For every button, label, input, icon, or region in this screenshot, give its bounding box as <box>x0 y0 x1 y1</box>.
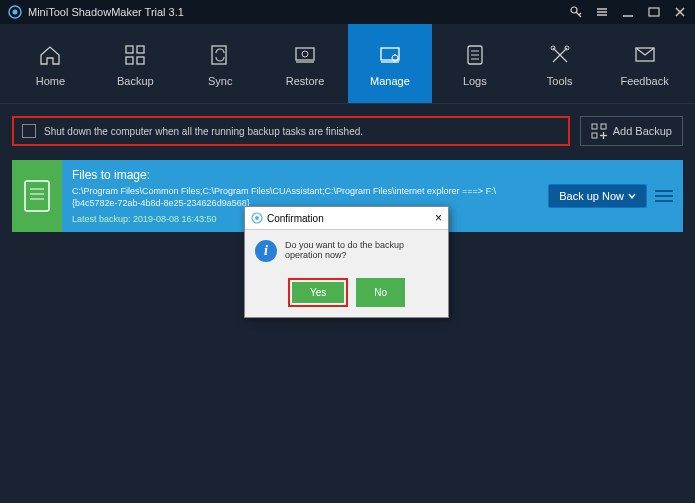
svg-rect-14 <box>126 57 133 64</box>
app-window: MiniTool ShadowMaker Trial 3.1 Home Back… <box>0 0 695 503</box>
app-title: MiniTool ShadowMaker Trial 3.1 <box>28 6 184 18</box>
svg-point-19 <box>302 51 308 57</box>
nav-label: Backup <box>117 75 154 87</box>
nav-home[interactable]: Home <box>8 24 93 103</box>
add-backup-button[interactable]: Add Backup <box>580 116 683 146</box>
svg-rect-39 <box>25 181 49 211</box>
dialog-body: i Do you want to do the backup operation… <box>245 230 448 272</box>
menu-icon[interactable] <box>595 5 609 19</box>
manage-icon <box>376 41 404 69</box>
minimize-icon[interactable] <box>621 5 635 19</box>
dialog-close-icon[interactable]: × <box>435 211 442 225</box>
nav-tools[interactable]: Tools <box>517 24 602 103</box>
svg-rect-36 <box>592 133 597 138</box>
task-title: Files to image: <box>72 168 528 182</box>
svg-rect-35 <box>601 124 606 129</box>
dialog-message: Do you want to do the backup operation n… <box>285 240 438 260</box>
nav-label: Sync <box>208 75 232 87</box>
nav-label: Tools <box>547 75 573 87</box>
key-icon[interactable] <box>569 5 583 19</box>
window-controls <box>569 5 687 19</box>
dialog-titlebar: Confirmation × <box>245 207 448 230</box>
svg-rect-17 <box>296 48 314 60</box>
top-row: Shut down the computer when all the runn… <box>12 116 683 146</box>
main-nav: Home Backup Sync Restore Manage Logs Too… <box>0 24 695 104</box>
yes-highlight: Yes <box>288 278 348 307</box>
shutdown-label: Shut down the computer when all the runn… <box>44 126 363 137</box>
shutdown-option[interactable]: Shut down the computer when all the runn… <box>12 116 570 146</box>
nav-backup[interactable]: Backup <box>93 24 178 103</box>
nav-restore[interactable]: Restore <box>263 24 348 103</box>
dialog-title: Confirmation <box>267 213 324 224</box>
feedback-icon <box>631 41 659 69</box>
svg-rect-9 <box>649 8 659 16</box>
dialog-logo-icon <box>251 212 263 224</box>
svg-rect-15 <box>137 57 144 64</box>
home-icon <box>36 41 64 69</box>
add-backup-label: Add Backup <box>613 125 672 137</box>
close-icon[interactable] <box>673 5 687 19</box>
svg-rect-13 <box>137 46 144 53</box>
maximize-icon[interactable] <box>647 5 661 19</box>
svg-point-1 <box>13 10 18 15</box>
shutdown-checkbox[interactable] <box>22 124 36 138</box>
sync-icon <box>206 41 234 69</box>
task-type-icon <box>12 160 62 232</box>
dialog-buttons: Yes No <box>245 272 448 317</box>
svg-point-47 <box>255 216 259 220</box>
nav-label: Feedback <box>620 75 668 87</box>
nav-manage[interactable]: Manage <box>348 24 433 103</box>
nav-label: Logs <box>463 75 487 87</box>
svg-rect-12 <box>126 46 133 53</box>
nav-label: Manage <box>370 75 410 87</box>
svg-line-4 <box>579 13 581 15</box>
logs-icon <box>461 41 489 69</box>
nav-feedback[interactable]: Feedback <box>602 24 687 103</box>
nav-logs[interactable]: Logs <box>432 24 517 103</box>
svg-rect-34 <box>592 124 597 129</box>
add-backup-icon <box>591 123 607 139</box>
backup-now-label: Back up Now <box>559 190 624 202</box>
confirmation-dialog: Confirmation × i Do you want to do the b… <box>244 206 449 318</box>
tools-icon <box>546 41 574 69</box>
yes-button[interactable]: Yes <box>292 282 344 303</box>
info-icon: i <box>255 240 277 262</box>
backup-now-button[interactable]: Back up Now <box>548 184 647 208</box>
task-actions: Back up Now <box>538 160 683 232</box>
no-button[interactable]: No <box>356 278 405 307</box>
svg-rect-20 <box>381 48 399 60</box>
task-menu-icon[interactable] <box>655 189 673 203</box>
chevron-down-icon <box>628 192 636 200</box>
nav-sync[interactable]: Sync <box>178 24 263 103</box>
nav-label: Home <box>36 75 65 87</box>
nav-label: Restore <box>286 75 325 87</box>
app-logo-icon <box>8 5 22 19</box>
backup-icon <box>121 41 149 69</box>
titlebar: MiniTool ShadowMaker Trial 3.1 <box>0 0 695 24</box>
restore-icon <box>291 41 319 69</box>
